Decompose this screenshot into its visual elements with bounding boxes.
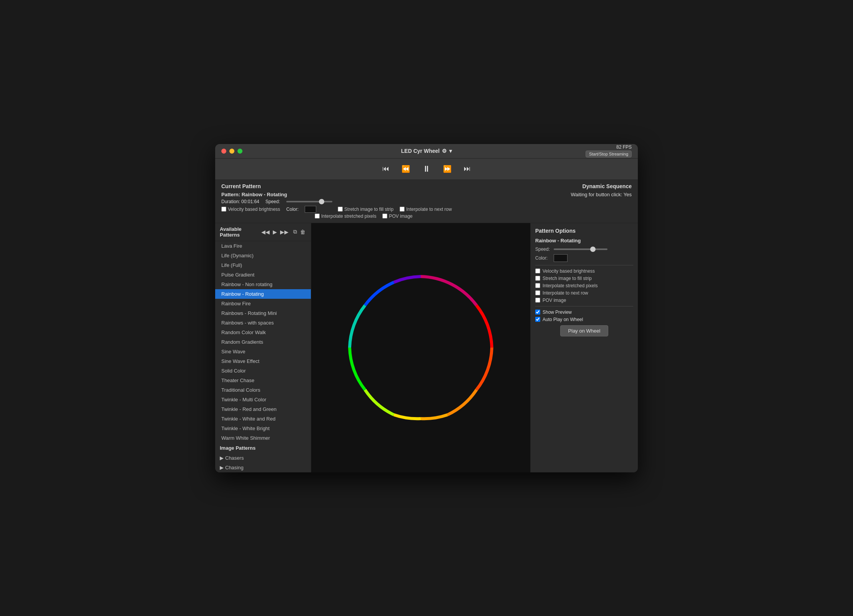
speed-label: Speed: <box>266 199 280 204</box>
list-item[interactable]: Warm White Shimmer <box>215 433 311 443</box>
list-item[interactable]: Life (Full) <box>215 260 311 270</box>
fps-display: 82 FPS <box>616 144 632 150</box>
duration-display: Duration: 00:01:64 <box>221 199 259 204</box>
list-item[interactable]: Random Color Walk <box>215 328 311 337</box>
list-item[interactable]: Lava Fire <box>215 241 311 251</box>
list-item[interactable]: Theater Chase <box>215 376 311 385</box>
stream-button[interactable]: Start/Stop Streaming <box>586 151 632 157</box>
chasers-expandable[interactable]: ▶ Chasers <box>215 453 311 463</box>
po-interpolate-row-label: Interpolate to next row <box>543 290 588 296</box>
interpolate-row-checkbox[interactable] <box>400 207 405 212</box>
interpolate-px-checkbox[interactable] <box>315 214 320 219</box>
maximize-button[interactable] <box>237 149 242 154</box>
velocity-checkbox[interactable] <box>221 207 226 212</box>
list-item-selected[interactable]: Rainbow - Rotating <box>215 289 311 299</box>
interpolate-px-label: Interpolate stretched pixels <box>321 214 376 219</box>
po-stretch-checkbox[interactable] <box>535 276 540 281</box>
list-item[interactable]: Twinkle - White and Red <box>215 414 311 424</box>
list-item[interactable]: Rainbow - Non rotating <box>215 280 311 289</box>
list-item[interactable]: Pulse Gradient <box>215 270 311 280</box>
po-interpolate-px-checkbox[interactable] <box>535 283 540 288</box>
triangle-right-icon: ▶ <box>220 455 224 461</box>
po-interpolate-row-item: Interpolate to next row <box>535 290 633 296</box>
skip-back-button[interactable]: ⏮ <box>379 162 392 176</box>
center-panel <box>311 223 530 472</box>
list-item[interactable]: Life (Dynamic) <box>215 251 311 260</box>
list-item[interactable]: Twinkle - Red and Green <box>215 404 311 414</box>
pattern-list: Lava Fire Life (Dynamic) Life (Full) Pul… <box>215 241 311 472</box>
stretch-checkbox-item: Stretch image to fill strip <box>338 207 393 212</box>
list-item[interactable]: Traditional Colors <box>215 385 311 395</box>
po-stretch-label: Stretch image to fill strip <box>543 276 592 281</box>
po-color-label: Color: <box>535 255 551 261</box>
pause-button[interactable]: ⏸ <box>419 162 434 176</box>
stretch-label: Stretch image to fill strip <box>344 207 393 212</box>
interpolate-row-label: Interpolate to next row <box>406 207 452 212</box>
po-pov-item: POV image <box>535 298 633 303</box>
right-panel: Pattern Options Rainbow - Rotating Speed… <box>530 223 638 472</box>
image-patterns-header: Image Patterns <box>215 443 311 453</box>
po-show-preview-checkbox[interactable] <box>535 310 540 315</box>
po-pov-label: POV image <box>543 298 566 303</box>
po-color-swatch[interactable] <box>554 254 568 262</box>
interpolate-px-checkbox-item: Interpolate stretched pixels <box>315 214 376 219</box>
chasing-expandable[interactable]: ▶ Chasing <box>215 463 311 472</box>
triangle-right-icon2: ▶ <box>220 465 224 470</box>
chevron-down-icon[interactable]: ▾ <box>449 148 452 154</box>
color-swatch[interactable] <box>305 206 316 213</box>
po-velocity-label: Velocity based brightness <box>543 268 595 274</box>
ap-skip-back-button[interactable]: ◀◀ <box>261 229 271 235</box>
left-panel: Available Patterns ◀◀ ▶ ▶▶ ⧉ 🗑 Lava Fire… <box>215 223 311 472</box>
play-on-wheel-button[interactable]: Play on Wheel <box>560 325 609 336</box>
available-patterns-title: Available Patterns <box>220 226 257 238</box>
list-item[interactable]: Solid Color <box>215 366 311 376</box>
po-auto-play-item: Auto Play on Wheel <box>535 317 633 322</box>
list-item[interactable]: Rainbows - with spaces <box>215 318 311 328</box>
speed-slider[interactable] <box>286 201 332 202</box>
po-velocity-item: Velocity based brightness <box>535 268 633 274</box>
divider2 <box>535 306 633 306</box>
po-auto-play-checkbox[interactable] <box>535 317 540 322</box>
velocity-checkbox-item: Velocity based brightness <box>221 207 280 212</box>
list-item[interactable]: Random Gradients <box>215 337 311 347</box>
po-interpolate-row-checkbox[interactable] <box>535 290 540 295</box>
list-item[interactable]: Rainbows - Rotating Mini <box>215 308 311 318</box>
skip-forward-button[interactable]: ⏭ <box>461 162 474 176</box>
ap-controls: ◀◀ ▶ ▶▶ <box>261 229 289 235</box>
list-item[interactable]: Twinkle - Multi Color <box>215 395 311 404</box>
list-item[interactable]: Sine Wave Effect <box>215 356 311 366</box>
list-item[interactable]: Sine Wave <box>215 347 311 356</box>
ap-icon-buttons: ⧉ 🗑 <box>292 229 306 235</box>
current-pattern-name: Pattern: Rainbow - Rotating <box>221 192 287 197</box>
po-speed-slider[interactable] <box>554 248 607 250</box>
trash-button[interactable]: 🗑 <box>299 229 306 235</box>
waiting-status: Waiting for button click: Yes <box>571 192 632 197</box>
rainbow-circle <box>340 267 501 428</box>
po-pov-checkbox[interactable] <box>535 298 540 303</box>
po-speed-row: Speed: <box>535 247 633 252</box>
po-velocity-checkbox[interactable] <box>535 268 540 273</box>
interpolate-row-checkbox-item: Interpolate to next row <box>400 207 452 212</box>
traffic-lights <box>221 149 242 154</box>
minimize-button[interactable] <box>229 149 234 154</box>
list-item[interactable]: Rainbow Fire <box>215 299 311 308</box>
po-interpolate-px-item: Interpolate stretched pixels <box>535 283 633 288</box>
dynamic-sequence-label: Dynamic Sequence <box>582 183 632 189</box>
ap-play-button[interactable]: ▶ <box>272 229 278 235</box>
list-item[interactable]: Twinkle - White Bright <box>215 424 311 433</box>
gear-icon[interactable]: ⚙ <box>442 148 447 154</box>
available-patterns-header: Available Patterns ◀◀ ▶ ▶▶ ⧉ 🗑 <box>215 223 311 241</box>
po-show-preview-label: Show Preview <box>543 310 572 315</box>
transport-bar: ⏮ ⏪ ⏸ ⏩ ⏭ <box>215 159 638 179</box>
ap-skip-forward-button[interactable]: ▶▶ <box>279 229 289 235</box>
copy-button[interactable]: ⧉ <box>292 229 298 235</box>
close-button[interactable] <box>221 149 226 154</box>
po-speed-label: Speed: <box>535 247 551 252</box>
fast-forward-button[interactable]: ⏩ <box>440 162 455 176</box>
rewind-button[interactable]: ⏪ <box>398 162 413 176</box>
velocity-label: Velocity based brightness <box>228 207 280 212</box>
stretch-checkbox[interactable] <box>338 207 343 212</box>
pov-checkbox[interactable] <box>382 214 387 219</box>
main-content: Available Patterns ◀◀ ▶ ▶▶ ⧉ 🗑 Lava Fire… <box>215 223 638 472</box>
current-pattern-label: Current Pattern <box>221 183 261 189</box>
